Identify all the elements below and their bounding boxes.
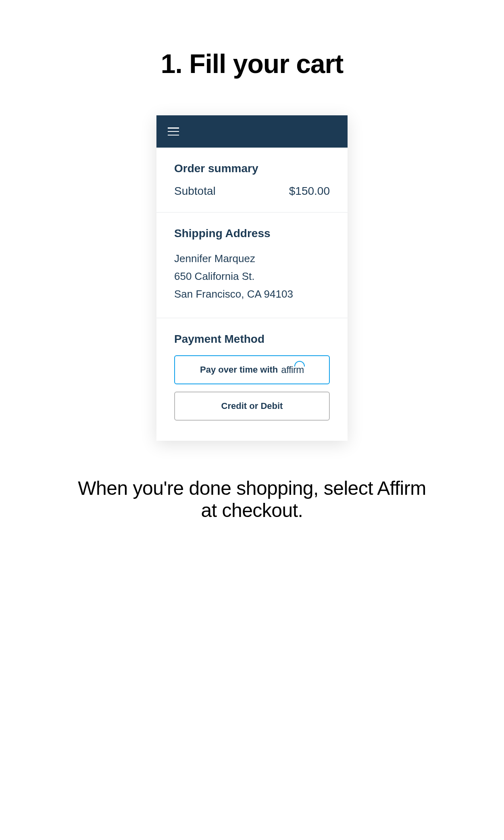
step-description: When you're done shopping, select Affirm… xyxy=(71,477,433,521)
step-title: 1. Fill your cart xyxy=(161,48,343,79)
shipping-address-title: Shipping Address xyxy=(174,227,330,240)
credit-or-debit-button[interactable]: Credit or Debit xyxy=(174,392,330,421)
order-summary-section: Order summary Subtotal $150.00 xyxy=(156,148,348,213)
mockup-header xyxy=(156,115,348,148)
affirm-button-label: Pay over time with xyxy=(200,365,278,375)
checkout-mockup: Order summary Subtotal $150.00 Shipping … xyxy=(156,115,348,441)
pay-with-affirm-button[interactable]: Pay over time with affirm xyxy=(174,355,330,384)
hamburger-menu-icon[interactable] xyxy=(168,127,179,135)
credit-button-label: Credit or Debit xyxy=(221,401,283,411)
shipping-street: 650 California St. xyxy=(174,267,330,285)
order-summary-title: Order summary xyxy=(174,162,330,175)
payment-method-section: Payment Method Pay over time with affirm… xyxy=(156,318,348,441)
shipping-address-section: Shipping Address Jennifer Marquez 650 Ca… xyxy=(156,213,348,318)
affirm-logo-icon: affirm xyxy=(281,364,304,375)
subtotal-value: $150.00 xyxy=(289,185,330,198)
subtotal-label: Subtotal xyxy=(174,185,216,198)
shipping-city-state-zip: San Francisco, CA 94103 xyxy=(174,285,330,303)
payment-method-title: Payment Method xyxy=(174,333,330,346)
subtotal-row: Subtotal $150.00 xyxy=(174,185,330,198)
shipping-name: Jennifer Marquez xyxy=(174,250,330,267)
